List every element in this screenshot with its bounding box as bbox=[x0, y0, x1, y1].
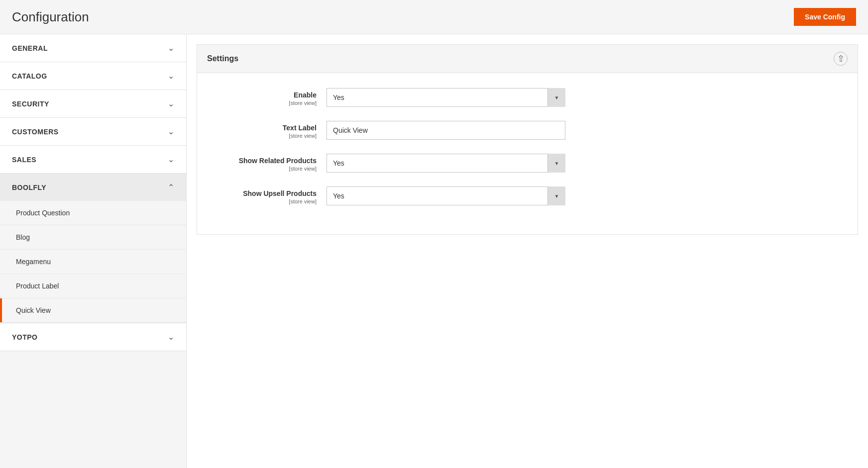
form-row-show-related: Show Related Products [store view] Yes N… bbox=[217, 154, 838, 173]
show-related-select[interactable]: Yes No bbox=[326, 154, 565, 173]
sidebar-item-yotpo-label: YOTPO bbox=[12, 333, 38, 341]
chevron-up-icon: ⌃ bbox=[168, 183, 174, 192]
show-upsell-label: Show Upsell Products bbox=[217, 189, 317, 197]
enable-sub-label: [store view] bbox=[217, 100, 317, 106]
chevron-down-icon: ⌄ bbox=[168, 71, 174, 81]
form-control-text-label bbox=[326, 121, 575, 140]
text-label-sub-label: [store view] bbox=[217, 133, 317, 139]
form-label-group-show-related: Show Related Products [store view] bbox=[217, 154, 326, 172]
sidebar-item-customers: CUSTOMERS ⌄ bbox=[0, 118, 186, 146]
form-row-text-label: Text Label [store view] bbox=[217, 121, 838, 140]
sidebar-boolfly-subitems: Product Question Blog Megamenu Product L… bbox=[0, 201, 186, 323]
sidebar-item-product-question-label: Product Question bbox=[16, 209, 70, 217]
sidebar-item-security-header[interactable]: SECURITY ⌄ bbox=[0, 90, 186, 117]
sidebar-item-megamenu[interactable]: Megamenu bbox=[0, 250, 186, 274]
sidebar-item-blog-label: Blog bbox=[16, 233, 30, 241]
show-upsell-select[interactable]: Yes No bbox=[326, 187, 565, 205]
show-related-sub-label: [store view] bbox=[217, 166, 317, 172]
form-row-enable: Enable [store view] Yes No bbox=[217, 88, 838, 107]
form-label-group-show-upsell: Show Upsell Products [store view] bbox=[217, 187, 326, 204]
form-control-enable: Yes No bbox=[326, 88, 575, 107]
form-control-show-related: Yes No bbox=[326, 154, 575, 173]
sidebar-item-boolfly-header[interactable]: BOOLFLY ⌃ bbox=[0, 174, 186, 201]
sidebar-item-quick-view[interactable]: Quick View bbox=[0, 298, 186, 323]
form-row-show-upsell: Show Upsell Products [store view] Yes No bbox=[217, 187, 838, 205]
text-label-label: Text Label bbox=[217, 124, 317, 132]
show-upsell-sub-label: [store view] bbox=[217, 198, 317, 204]
sidebar-item-security: SECURITY ⌄ bbox=[0, 90, 186, 118]
sidebar-item-blog[interactable]: Blog bbox=[0, 225, 186, 250]
enable-select-wrapper: Yes No bbox=[326, 88, 565, 107]
sidebar-item-yotpo: YOTPO ⌄ bbox=[0, 323, 186, 351]
sidebar-item-sales-header[interactable]: SALES ⌄ bbox=[0, 146, 186, 173]
sidebar-item-quick-view-label: Quick View bbox=[16, 306, 51, 314]
sidebar-item-sales: SALES ⌄ bbox=[0, 146, 186, 174]
enable-label: Enable bbox=[217, 91, 317, 99]
chevron-down-icon: ⌄ bbox=[168, 99, 174, 108]
sidebar-item-general: GENERAL ⌄ bbox=[0, 34, 186, 62]
chevron-down-icon: ⌄ bbox=[168, 332, 174, 342]
sidebar-item-security-label: SECURITY bbox=[12, 100, 49, 108]
show-upsell-select-wrapper: Yes No bbox=[326, 187, 565, 205]
settings-panel: Settings ⇧ Enable [store view] Yes No bbox=[197, 44, 858, 235]
sidebar-item-general-label: GENERAL bbox=[12, 44, 48, 52]
main-layout: GENERAL ⌄ CATALOG ⌄ SECURITY ⌄ CUSTOMERS… bbox=[0, 34, 868, 468]
settings-form: Enable [store view] Yes No bbox=[197, 73, 858, 234]
enable-select[interactable]: Yes No bbox=[326, 88, 565, 107]
sidebar-item-catalog: CATALOG ⌄ bbox=[0, 62, 186, 90]
sidebar-item-sales-label: SALES bbox=[12, 156, 36, 164]
sidebar-item-product-question[interactable]: Product Question bbox=[0, 201, 186, 225]
sidebar-item-boolfly: BOOLFLY ⌃ Product Question Blog Megamenu… bbox=[0, 174, 186, 323]
sidebar-item-customers-label: CUSTOMERS bbox=[12, 128, 59, 136]
sidebar-item-product-label[interactable]: Product Label bbox=[0, 274, 186, 298]
sidebar-item-yotpo-header[interactable]: YOTPO ⌄ bbox=[0, 323, 186, 351]
sidebar: GENERAL ⌄ CATALOG ⌄ SECURITY ⌄ CUSTOMERS… bbox=[0, 34, 187, 468]
sidebar-item-customers-header[interactable]: CUSTOMERS ⌄ bbox=[0, 118, 186, 145]
show-related-label: Show Related Products bbox=[217, 157, 317, 165]
form-label-group-text-label: Text Label [store view] bbox=[217, 121, 326, 139]
chevron-down-icon: ⌄ bbox=[168, 127, 174, 136]
sidebar-item-catalog-header[interactable]: CATALOG ⌄ bbox=[0, 62, 186, 90]
form-control-show-upsell: Yes No bbox=[326, 187, 575, 205]
sidebar-item-megamenu-label: Megamenu bbox=[16, 258, 51, 266]
page-header: Configuration Save Config bbox=[0, 0, 868, 34]
sidebar-item-product-label-label: Product Label bbox=[16, 282, 59, 290]
settings-panel-header: Settings ⇧ bbox=[197, 45, 858, 73]
text-label-input[interactable] bbox=[326, 121, 565, 140]
content-area: Settings ⇧ Enable [store view] Yes No bbox=[187, 34, 868, 468]
show-related-select-wrapper: Yes No bbox=[326, 154, 565, 173]
sidebar-item-general-header[interactable]: GENERAL ⌄ bbox=[0, 34, 186, 62]
chevron-down-icon: ⌄ bbox=[168, 155, 174, 164]
chevron-down-icon: ⌄ bbox=[168, 43, 174, 53]
save-config-button[interactable]: Save Config bbox=[794, 8, 856, 26]
form-label-group-enable: Enable [store view] bbox=[217, 88, 326, 106]
settings-panel-title: Settings bbox=[207, 54, 238, 63]
page-title: Configuration bbox=[12, 9, 89, 25]
sidebar-item-catalog-label: CATALOG bbox=[12, 72, 47, 80]
collapse-button[interactable]: ⇧ bbox=[834, 52, 848, 66]
sidebar-item-boolfly-label: BOOLFLY bbox=[12, 184, 46, 191]
